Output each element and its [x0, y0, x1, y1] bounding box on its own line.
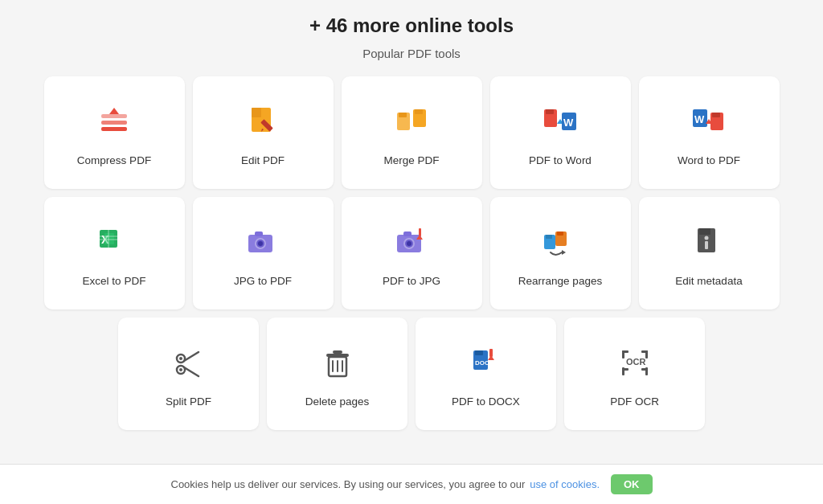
- tool-pdf-to-word[interactable]: W PDF to Word: [490, 76, 631, 189]
- compress-pdf-label: Compress PDF: [77, 154, 151, 166]
- svg-marker-45: [562, 250, 566, 255]
- svg-rect-0: [101, 127, 127, 131]
- tools-row-3: Split PDF: [26, 318, 797, 430]
- svg-rect-63: [475, 350, 483, 355]
- tool-merge-pdf[interactable]: Merge PDF: [342, 76, 482, 189]
- rearrange-pages-icon: [538, 220, 583, 265]
- page-title: + 46 more online tools: [309, 14, 514, 37]
- svg-rect-2: [101, 114, 127, 118]
- svg-text:DOCX: DOCX: [475, 359, 494, 367]
- tool-edit-pdf[interactable]: Edit PDF: [193, 76, 334, 189]
- svg-rect-66: [489, 349, 493, 357]
- tool-pdf-to-jpg[interactable]: PDF to JPG: [342, 197, 482, 309]
- word-to-pdf-label: Word to PDF: [678, 154, 740, 166]
- tool-pdf-to-docx[interactable]: DOCX PDF to DOCX: [416, 318, 556, 430]
- svg-point-38: [407, 241, 412, 246]
- edit-metadata-label: Edit metadata: [675, 275, 742, 287]
- tools-grid: Compress PDF Edit PDF: [26, 76, 797, 430]
- cookie-ok-button[interactable]: OK: [611, 474, 653, 494]
- excel-to-pdf-icon: X: [92, 220, 137, 265]
- svg-rect-40: [419, 228, 421, 236]
- tool-edit-metadata[interactable]: Edit metadata: [639, 197, 780, 309]
- tools-row-2: X Excel to PDF: [26, 197, 797, 309]
- tools-row-1: Compress PDF Edit PDF: [26, 76, 797, 189]
- edit-pdf-label: Edit PDF: [241, 154, 285, 166]
- split-pdf-label: Split PDF: [166, 395, 211, 408]
- cookie-text: Cookies help us deliver our services. By…: [171, 478, 526, 490]
- pdf-to-jpg-icon: [389, 220, 434, 265]
- word-to-pdf-icon: W: [686, 100, 731, 145]
- svg-point-54: [179, 357, 182, 360]
- delete-pages-label: Delete pages: [305, 395, 370, 408]
- jpg-to-pdf-label: JPG to PDF: [234, 275, 292, 287]
- pdf-to-word-icon: W: [538, 100, 583, 145]
- svg-rect-25: [104, 233, 114, 244]
- svg-rect-44: [557, 232, 563, 236]
- svg-point-48: [705, 236, 709, 240]
- jpg-to-pdf-icon: [240, 220, 285, 265]
- svg-rect-68: [622, 350, 624, 359]
- svg-rect-42: [546, 235, 552, 239]
- tool-compress-pdf[interactable]: Compress PDF: [44, 76, 185, 189]
- svg-rect-49: [705, 241, 708, 249]
- pdf-to-jpg-label: PDF to JPG: [383, 275, 440, 287]
- excel-to-pdf-label: Excel to PDF: [83, 275, 146, 287]
- svg-rect-1: [101, 121, 127, 125]
- svg-rect-61: [333, 350, 342, 354]
- section-subtitle: Popular PDF tools: [362, 47, 461, 60]
- tool-excel-to-pdf[interactable]: X Excel to PDF: [44, 197, 185, 309]
- compress-pdf-icon: [92, 100, 137, 145]
- svg-rect-12: [415, 109, 423, 114]
- svg-text:W: W: [694, 113, 705, 125]
- tool-delete-pages[interactable]: Delete pages: [267, 318, 407, 430]
- cookie-link[interactable]: use of cookies.: [530, 478, 600, 490]
- svg-rect-47: [699, 228, 710, 235]
- svg-rect-35: [403, 232, 412, 236]
- svg-rect-10: [399, 113, 407, 117]
- edit-metadata-icon: [686, 220, 731, 265]
- svg-rect-6: [252, 108, 261, 117]
- svg-line-52: [184, 352, 199, 361]
- cookie-bar: Cookies help us deliver our services. By…: [0, 464, 823, 504]
- tool-jpg-to-pdf[interactable]: JPG to PDF: [193, 197, 334, 309]
- rearrange-pages-label: Rearrange pages: [518, 275, 602, 287]
- tool-split-pdf[interactable]: Split PDF: [118, 318, 259, 430]
- edit-pdf-icon: [240, 100, 285, 145]
- pdf-to-docx-label: PDF to DOCX: [452, 395, 520, 408]
- svg-rect-22: [712, 113, 720, 117]
- svg-text:OCR: OCR: [626, 357, 646, 367]
- svg-rect-74: [645, 367, 648, 375]
- pdf-to-docx-icon: DOCX: [464, 341, 509, 386]
- svg-rect-60: [326, 354, 349, 357]
- merge-pdf-label: Merge PDF: [383, 154, 439, 166]
- svg-rect-30: [255, 232, 263, 236]
- pdf-to-word-label: PDF to Word: [529, 154, 592, 166]
- merge-pdf-icon: [389, 100, 434, 145]
- tool-pdf-ocr[interactable]: OCR PDF OCR: [564, 318, 705, 430]
- svg-point-55: [179, 368, 182, 371]
- svg-rect-14: [546, 109, 554, 114]
- delete-pages-icon: [315, 341, 360, 386]
- tool-rearrange-pages[interactable]: Rearrange pages: [490, 197, 631, 309]
- tool-word-to-pdf[interactable]: W Word to PDF: [639, 76, 780, 189]
- pdf-ocr-label: PDF OCR: [610, 395, 659, 408]
- svg-text:W: W: [563, 117, 574, 129]
- svg-marker-3: [109, 108, 119, 114]
- pdf-ocr-icon: OCR: [612, 341, 657, 386]
- svg-rect-72: [622, 367, 624, 375]
- split-pdf-icon: [166, 341, 211, 386]
- svg-line-53: [184, 367, 199, 376]
- svg-point-33: [258, 241, 263, 246]
